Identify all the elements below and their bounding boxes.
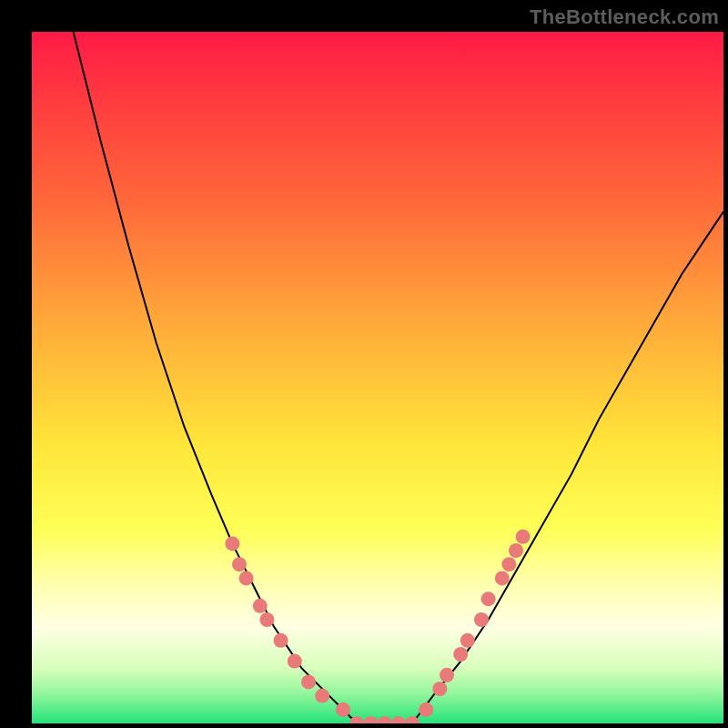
data-marker: [501, 557, 516, 571]
data-marker: [253, 599, 268, 613]
chart-svg: [32, 32, 723, 723]
data-marker: [474, 612, 489, 627]
data-marker: [336, 703, 350, 717]
data-marker: [440, 668, 454, 682]
data-marker: [460, 633, 475, 648]
data-marker: [481, 592, 496, 606]
data-marker: [453, 647, 468, 662]
chart-frame: TheBottleneck.com: [0, 0, 728, 728]
data-marker: [516, 530, 531, 544]
data-marker: [225, 536, 239, 551]
watermark-text: TheBottleneck.com: [530, 5, 719, 29]
data-marker: [495, 571, 510, 585]
data-marker: [391, 716, 406, 723]
data-marker: [363, 716, 378, 723]
data-marker: [509, 543, 523, 558]
chart-plot-area: [32, 32, 723, 723]
data-marker: [378, 716, 392, 723]
data-marker: [274, 633, 288, 648]
data-marker: [239, 571, 254, 585]
data-marker: [232, 557, 247, 571]
data-marker: [259, 612, 274, 627]
curve-right-branch: [412, 212, 723, 723]
data-marker: [315, 689, 329, 703]
data-marker: [432, 682, 447, 696]
data-marker: [419, 703, 433, 717]
curve-left-branch: [74, 32, 358, 723]
data-marker: [288, 654, 302, 669]
data-marker: [301, 674, 316, 689]
